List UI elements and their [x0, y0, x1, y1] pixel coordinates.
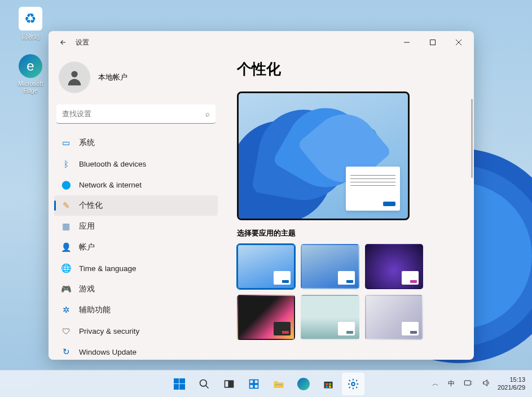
maximize-button[interactable]: [420, 33, 446, 51]
svg-point-4: [71, 71, 77, 77]
accessibility-icon: ✲: [61, 305, 71, 315]
theme-preview[interactable]: [237, 91, 410, 220]
sidebar-item-system[interactable]: ▭系统: [54, 133, 218, 153]
task-view-icon[interactable]: [218, 373, 240, 395]
gaming-icon: 🎮: [61, 284, 71, 294]
svg-rect-1: [430, 40, 436, 45]
minimize-button[interactable]: [394, 33, 420, 51]
accounts-icon: 👤: [61, 242, 71, 252]
sidebar-item-time[interactable]: 🌐Time & language: [54, 258, 218, 278]
sidebar-item-accounts[interactable]: 👤帐户: [54, 237, 218, 258]
file-explorer-icon[interactable]: [267, 373, 290, 395]
svg-point-5: [200, 379, 206, 386]
svg-rect-19: [328, 386, 331, 387]
volume-tray-icon[interactable]: [480, 376, 493, 391]
sidebar-item-label: 游戏: [79, 284, 95, 294]
edge-icon[interactable]: e Microsoft Edge: [10, 54, 51, 94]
theme-option-6[interactable]: [365, 295, 423, 340]
back-button[interactable]: [56, 36, 70, 49]
time-text: 15:13: [498, 376, 525, 383]
svg-rect-11: [249, 384, 253, 388]
svg-rect-12: [254, 384, 258, 388]
content-pane: 个性化 选择要应用的主题: [223, 54, 474, 360]
theme-option-1[interactable]: [237, 244, 295, 289]
svg-rect-21: [464, 381, 471, 385]
svg-rect-8: [229, 381, 233, 387]
sidebar-item-label: Windows Update: [79, 348, 137, 356]
page-title: 个性化: [237, 59, 463, 79]
avatar: [59, 62, 90, 93]
svg-rect-17: [328, 383, 331, 385]
account-block[interactable]: 本地帐户: [54, 54, 218, 104]
settings-taskbar-icon[interactable]: [342, 373, 364, 395]
sidebar-item-personalization[interactable]: ✎个性化: [54, 195, 218, 216]
account-name: 本地帐户: [98, 72, 127, 82]
svg-point-20: [351, 382, 355, 386]
edge-taskbar-icon[interactable]: [292, 373, 315, 395]
personalization-icon: ✎: [61, 200, 71, 211]
svg-rect-18: [326, 386, 328, 387]
theme-option-3[interactable]: [365, 244, 423, 289]
clock[interactable]: 15:13 2021/6/29: [498, 376, 525, 391]
scrollbar[interactable]: [471, 99, 473, 178]
apps-icon: ▦: [61, 221, 71, 232]
theme-section-label: 选择要应用的主题: [237, 228, 463, 238]
sidebar-item-network[interactable]: ⬤Network & internet: [54, 174, 218, 195]
sidebar-item-label: Privacy & security: [79, 327, 139, 335]
store-icon[interactable]: [317, 373, 340, 395]
svg-line-6: [205, 385, 208, 388]
search-icon: ⌕: [205, 110, 210, 118]
edge-label: Microsoft Edge: [18, 80, 43, 94]
sidebar-item-label: 帐户: [79, 242, 95, 252]
ime-icon[interactable]: 中: [446, 377, 457, 391]
svg-rect-13: [274, 383, 283, 388]
sidebar-item-bluetooth[interactable]: ᛒBluetooth & devices: [54, 154, 218, 174]
sidebar-item-label: Network & internet: [79, 181, 142, 189]
search-input[interactable]: [56, 104, 216, 124]
svg-rect-16: [326, 383, 328, 385]
sidebar-item-label: Time & language: [79, 264, 137, 273]
close-button[interactable]: [446, 33, 472, 51]
sidebar-item-apps[interactable]: ▦应用: [54, 216, 218, 237]
sidebar-item-label: 系统: [79, 138, 95, 148]
privacy-icon: 🛡: [61, 326, 71, 336]
sidebar-item-label: 个性化: [79, 200, 103, 211]
recycle-bin-icon[interactable]: ♻ 回收站: [10, 7, 51, 41]
theme-grid: [237, 244, 423, 340]
date-text: 2021/6/29: [498, 384, 525, 391]
svg-rect-15: [324, 381, 332, 388]
titlebar: 设置: [49, 31, 474, 54]
network-icon: ⬤: [61, 180, 71, 190]
search-box[interactable]: ⌕: [56, 104, 216, 124]
sidebar-item-gaming[interactable]: 🎮游戏: [54, 279, 218, 299]
network-tray-icon[interactable]: [461, 377, 475, 391]
sidebar-item-privacy[interactable]: 🛡Privacy & security: [54, 321, 218, 341]
tray-chevron-icon[interactable]: ︿: [430, 377, 441, 391]
widgets-icon[interactable]: [243, 373, 265, 395]
update-icon: ↻: [61, 347, 71, 357]
time-icon: 🌐: [61, 263, 71, 273]
sidebar-item-label: 应用: [79, 221, 95, 232]
window-title: 设置: [76, 38, 89, 47]
theme-option-5[interactable]: [301, 295, 359, 340]
svg-rect-7: [225, 381, 228, 387]
svg-rect-10: [254, 379, 258, 383]
taskbar-search-icon[interactable]: [193, 373, 216, 395]
sidebar-item-label: 辅助功能: [79, 305, 111, 315]
sidebar-item-accessibility[interactable]: ✲辅助功能: [54, 300, 218, 320]
svg-rect-14: [275, 384, 282, 385]
taskbar: ︿ 中 15:13 2021/6/29: [0, 370, 532, 397]
start-button[interactable]: [168, 373, 191, 395]
bluetooth-icon: ᛒ: [61, 159, 71, 169]
sidebar-item-update[interactable]: ↻Windows Update: [54, 342, 218, 360]
recycle-bin-label: 回收站: [21, 33, 40, 40]
theme-option-4[interactable]: [237, 295, 295, 340]
system-icon: ▭: [61, 138, 71, 148]
settings-window: 设置 本地帐户 ⌕ ▭系统ᛒBluetooth & devices⬤Networ…: [49, 31, 474, 360]
sidebar: 本地帐户 ⌕ ▭系统ᛒBluetooth & devices⬤Network &…: [49, 54, 223, 360]
sidebar-item-label: Bluetooth & devices: [79, 160, 146, 168]
theme-option-2[interactable]: [301, 244, 359, 289]
svg-rect-9: [249, 379, 253, 383]
